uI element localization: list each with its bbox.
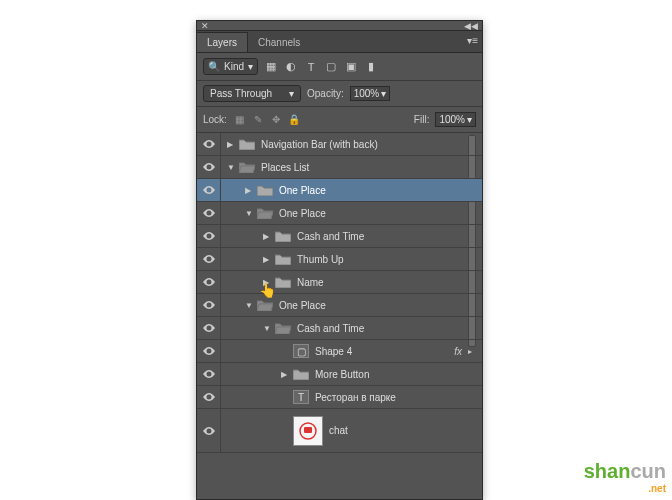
opacity-value: 100% [354, 88, 380, 99]
layer-row[interactable]: ▼Cash and Time [197, 317, 482, 340]
layer-row[interactable]: ▶Name [197, 271, 482, 294]
fill-value: 100% [439, 114, 465, 125]
lock-all-icon[interactable]: 🔒 [287, 113, 301, 127]
panel-topbar: ✕ ◀◀ [197, 21, 482, 31]
layer-name-label: More Button [315, 369, 369, 380]
lock-icons: ▦ ✎ ✥ 🔒 [233, 113, 301, 127]
visibility-eye-icon[interactable] [197, 225, 221, 247]
layer-row[interactable]: ▢Shape 4fx▸ [197, 340, 482, 363]
folder-icon [275, 253, 291, 265]
layer-row[interactable]: ▶Navigation Bar (with back) [197, 133, 482, 156]
close-icon[interactable]: ✕ [201, 21, 209, 31]
tab-layers[interactable]: Layers [197, 32, 248, 52]
panel-menu-icon[interactable]: ▾≡ [467, 35, 478, 46]
arrow-right-icon[interactable]: ▶ [245, 186, 253, 195]
layer-row[interactable]: ▼Places List [197, 156, 482, 179]
layer-row[interactable]: chat [197, 409, 482, 453]
chevron-down-icon: ▾ [381, 88, 386, 99]
folder-icon [239, 161, 255, 173]
lock-position-icon[interactable]: ✥ [269, 113, 283, 127]
arrow-down-icon[interactable]: ▼ [227, 163, 235, 172]
fill-input[interactable]: 100% ▾ [435, 112, 476, 127]
layer-row[interactable]: TРесторан в парке [197, 386, 482, 409]
visibility-eye-icon[interactable] [197, 294, 221, 316]
layer-name-label: chat [329, 425, 348, 436]
arrow-down-icon[interactable]: ▼ [245, 301, 253, 310]
filter-adjust-icon[interactable]: ◐ [284, 60, 298, 74]
watermark-text2: cun [630, 460, 666, 482]
layer-row[interactable]: ▼One Place [197, 294, 482, 317]
filter-kind-select[interactable]: 🔍 Kind ▾ [203, 58, 258, 75]
visibility-eye-icon[interactable] [197, 340, 221, 362]
layer-name-label: Cash and Time [297, 323, 364, 334]
filter-shape-icon[interactable]: ▢ [324, 60, 338, 74]
fill-label: Fill: [414, 114, 430, 125]
folder-icon [275, 276, 291, 288]
layer-name-label: Thumb Up [297, 254, 344, 265]
visibility-eye-icon[interactable] [197, 317, 221, 339]
layer-name-label: Name [297, 277, 324, 288]
chevron-down-icon: ▾ [467, 114, 472, 125]
collapse-icon[interactable]: ◀◀ [464, 21, 478, 31]
arrow-right-icon[interactable]: ▶ [227, 140, 235, 149]
filter-icons: ▦ ◐ T ▢ ▣ ▮ [264, 60, 378, 74]
visibility-eye-icon[interactable] [197, 386, 221, 408]
watermark-text1: shan [584, 460, 631, 482]
tab-channels[interactable]: Channels [248, 33, 310, 52]
fx-badge[interactable]: fx [454, 346, 462, 357]
blend-mode-value: Pass Through [210, 88, 272, 99]
blend-mode-select[interactable]: Pass Through ▾ [203, 85, 301, 102]
layer-thumb-icon [293, 416, 323, 446]
filter-pixel-icon[interactable]: ▦ [264, 60, 278, 74]
folder-icon [257, 184, 273, 196]
filter-kind-label: Kind [224, 61, 244, 72]
folder-icon [275, 230, 291, 242]
lock-transparent-icon[interactable]: ▦ [233, 113, 247, 127]
panel-tabs: Layers Channels ▾≡ [197, 31, 482, 53]
visibility-eye-icon[interactable] [197, 409, 221, 452]
layers-list: ▶Navigation Bar (with back)▼Places List▶… [197, 133, 482, 499]
watermark-sub: .net [584, 483, 666, 494]
folder-icon [257, 207, 273, 219]
lock-row: Lock: ▦ ✎ ✥ 🔒 Fill: 100% ▾ [197, 107, 482, 133]
lock-paint-icon[interactable]: ✎ [251, 113, 265, 127]
arrow-down-icon[interactable]: ▼ [263, 324, 271, 333]
search-icon: 🔍 [208, 61, 220, 72]
layer-row[interactable]: ▶Cash and Time [197, 225, 482, 248]
layer-name-label: One Place [279, 208, 326, 219]
visibility-eye-icon[interactable] [197, 133, 221, 155]
visibility-eye-icon[interactable] [197, 363, 221, 385]
filter-smart-icon[interactable]: ▣ [344, 60, 358, 74]
arrow-right-icon[interactable]: ▶ [263, 255, 271, 264]
arrow-right-icon[interactable]: ▶ [281, 370, 289, 379]
opacity-input[interactable]: 100% ▾ [350, 86, 391, 101]
visibility-eye-icon[interactable] [197, 248, 221, 270]
visibility-eye-icon[interactable] [197, 271, 221, 293]
folder-icon [257, 299, 273, 311]
layer-row[interactable]: ▶Thumb Up [197, 248, 482, 271]
svg-rect-1 [304, 427, 312, 433]
visibility-eye-icon[interactable] [197, 156, 221, 178]
filter-type-icon[interactable]: T [304, 60, 318, 74]
layer-name-label: One Place [279, 300, 326, 311]
folder-icon [275, 322, 291, 334]
layers-panel: ✕ ◀◀ Layers Channels ▾≡ 🔍 Kind ▾ ▦ ◐ T ▢… [196, 20, 483, 500]
visibility-eye-icon[interactable] [197, 202, 221, 224]
layer-row[interactable]: ▶More Button [197, 363, 482, 386]
opacity-label: Opacity: [307, 88, 344, 99]
arrow-right-icon[interactable]: ▶ [263, 232, 271, 241]
layer-row[interactable]: ▶One Place [197, 179, 482, 202]
layer-name-label: Navigation Bar (with back) [261, 139, 378, 150]
arrow-right-icon[interactable]: ▶ [263, 278, 271, 287]
fx-expand-icon[interactable]: ▸ [468, 347, 472, 356]
shape-thumb-icon: ▢ [293, 344, 309, 358]
chevron-updown-icon: ▾ [289, 88, 294, 99]
visibility-eye-icon[interactable] [197, 179, 221, 201]
layer-name-label: Cash and Time [297, 231, 364, 242]
layer-name-label: Ресторан в парке [315, 392, 396, 403]
filter-toggle-icon[interactable]: ▮ [364, 60, 378, 74]
filter-row: 🔍 Kind ▾ ▦ ◐ T ▢ ▣ ▮ [197, 53, 482, 81]
arrow-down-icon[interactable]: ▼ [245, 209, 253, 218]
layer-row[interactable]: ▼One Place [197, 202, 482, 225]
lock-label: Lock: [203, 114, 227, 125]
